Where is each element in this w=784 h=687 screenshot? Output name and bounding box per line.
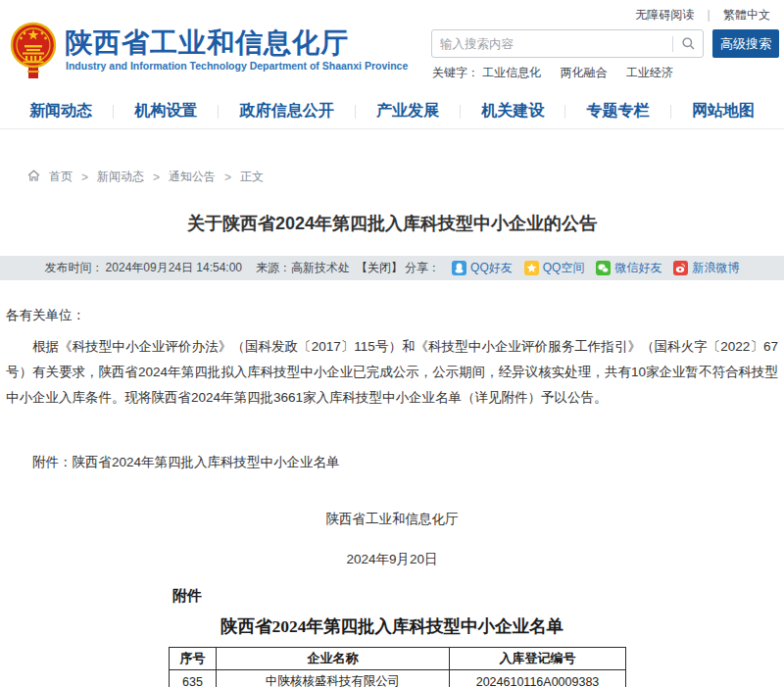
nav-item-news[interactable]: 新闻动态: [29, 101, 92, 122]
site-subtitle: Industry and Information Technology Depa…: [66, 60, 408, 72]
publish-time-label: 发布时间：: [45, 260, 104, 276]
header-serial-number: 序号: [170, 648, 217, 670]
wechat-icon: [596, 261, 611, 275]
main-nav: 新闻动态 机构设置 政府信息公开 产业发展 机关建设 专题专栏 网站地图: [0, 94, 784, 129]
share-wechat[interactable]: 微信好友: [596, 260, 662, 276]
source-value: 高新技术处: [291, 260, 350, 276]
breadcrumb: 首页 > 新闻动态 > 通知公告 > 正文: [0, 169, 784, 185]
home-icon: [27, 170, 40, 184]
salutation: 各有关单位：: [6, 303, 778, 328]
article-title: 关于陕西省2024年第四批入库科技型中小企业的公告: [0, 212, 784, 235]
nav-item-industry[interactable]: 产业发展: [376, 101, 439, 122]
nav-item-organization[interactable]: 机构设置: [134, 101, 197, 122]
search-keywords: 关键字： 工业信息化 两化融合 工业经济: [432, 65, 689, 81]
nav-divider: [564, 105, 565, 119]
topbar-separator: |: [708, 8, 710, 22]
search-box: [431, 29, 704, 58]
qzone-star-icon: [524, 261, 539, 275]
breadcrumb-notices[interactable]: 通知公告: [169, 169, 216, 185]
nav-item-gov-info[interactable]: 政府信息公开: [240, 101, 334, 122]
enterprise-roster-table: 序号 企业名称 入库登记编号 635 中陕核核盛科技有限公司 202461011…: [169, 647, 626, 687]
breadcrumb-current: 正文: [240, 169, 264, 185]
breadcrumb-separator: >: [224, 171, 231, 184]
share-qq-friend[interactable]: QQ好友: [452, 260, 513, 276]
attachment-reference-line: 附件：陕西省2024年第四批入库科技型中小企业名单: [6, 450, 778, 475]
site-title: 陕西省工业和信息化厅: [65, 25, 349, 62]
issuer-signature: 陕西省工业和信息化厅: [6, 507, 778, 532]
nav-divider: [460, 105, 461, 119]
share-label: 分享：: [405, 260, 440, 276]
site-header: 陕西省工业和信息化厅 Industry and Information Tech…: [0, 22, 784, 90]
table-row: 635 中陕核核盛科技有限公司 2024610116A0009383: [170, 670, 626, 687]
qq-icon: [452, 261, 466, 275]
body-paragraph: 根据《科技型中小企业评价办法》（国科发政〔2017〕115号）和《科技型中小企业…: [6, 334, 778, 411]
keyword-link[interactable]: 两化融合: [561, 66, 608, 79]
header-registration-code: 入库登记编号: [450, 648, 626, 670]
nav-item-topics[interactable]: 专题专栏: [587, 101, 650, 122]
cell-registration-code: 2024610116A0009383: [450, 670, 626, 687]
publish-time: 2024年09月24日 14:54:00: [106, 260, 242, 276]
nav-divider: [670, 105, 671, 119]
accessibility-link[interactable]: 无障碍阅读: [635, 8, 694, 22]
table-header-row: 序号 企业名称 入库登记编号: [170, 648, 626, 670]
breadcrumb-separator: >: [153, 171, 160, 184]
breadcrumb-news[interactable]: 新闻动态: [97, 169, 144, 185]
article-meta-bar: 发布时间： 2024年09月24日 14:54:00 来源： 高新技术处 【关闭…: [0, 256, 784, 280]
search-input[interactable]: [432, 30, 672, 57]
share-weibo[interactable]: 新浪微博: [673, 260, 739, 276]
breadcrumb-separator: >: [81, 171, 88, 184]
source-label: 来源：: [256, 260, 291, 276]
article-body: 各有关单位： 根据《科技型中小企业评价办法》（国科发政〔2017〕115号）和《…: [0, 303, 784, 572]
header-company-name: 企业名称: [217, 648, 450, 670]
share-qzone[interactable]: QQ空间: [524, 260, 585, 276]
nav-divider: [355, 105, 356, 119]
search-icon[interactable]: [673, 36, 703, 51]
traditional-chinese-link[interactable]: 繁體中文: [723, 8, 770, 22]
top-utility-bar: 无障碍阅读 | 繁體中文: [0, 0, 784, 22]
nav-divider: [218, 105, 219, 119]
issue-date: 2024年9月20日: [6, 547, 778, 572]
cell-serial-number: 635: [170, 670, 217, 687]
cell-company-name: 中陕核核盛科技有限公司: [217, 670, 450, 687]
keyword-link[interactable]: 工业经济: [626, 66, 673, 79]
attachment-title: 陕西省2024年第四批入库科技型中小企业名单: [0, 614, 784, 638]
advanced-search-button[interactable]: 高级搜索: [712, 29, 779, 58]
national-emblem-icon: [10, 22, 57, 82]
breadcrumb-home[interactable]: 首页: [49, 169, 73, 185]
nav-divider: [113, 105, 114, 119]
nav-item-sitemap[interactable]: 网站地图: [692, 101, 755, 122]
keyword-link[interactable]: 工业信息化: [482, 66, 541, 79]
keywords-label: 关键字：: [432, 66, 479, 79]
close-article-button[interactable]: 【关闭】: [356, 260, 403, 276]
weibo-icon: [673, 261, 688, 275]
nav-item-agency[interactable]: 机关建设: [481, 101, 544, 122]
attachment-label: 附件: [172, 587, 784, 606]
